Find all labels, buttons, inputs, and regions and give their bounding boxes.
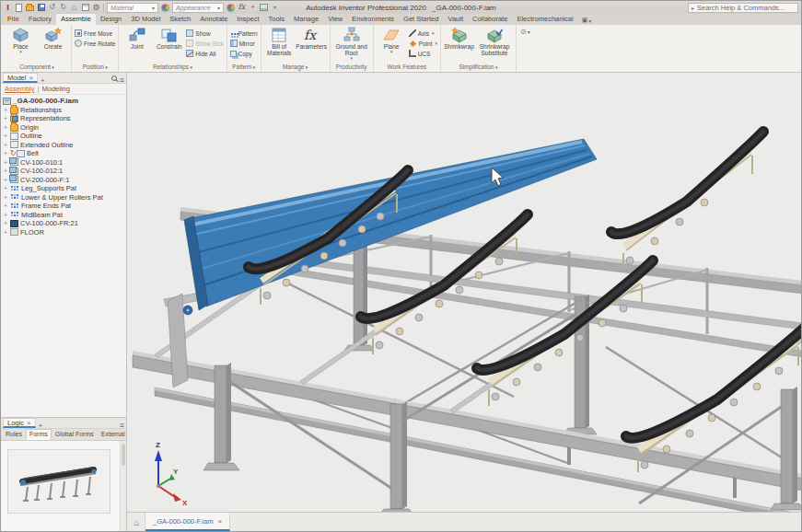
plane-button[interactable]: Plane xyxy=(377,26,407,54)
expand-icon[interactable] xyxy=(3,177,8,183)
hide-all-button[interactable]: Hide All xyxy=(186,49,223,58)
expand-icon[interactable] xyxy=(3,185,8,191)
free-rotate-button[interactable]: Free Rotate xyxy=(75,39,115,48)
color-wheel-icon[interactable] xyxy=(161,4,169,12)
tab-vault[interactable]: Vault xyxy=(443,14,468,25)
tree-item-floor[interactable]: FLOOR xyxy=(3,228,126,237)
subtab-external[interactable]: External xyxy=(98,429,129,440)
new-file-icon[interactable] xyxy=(16,4,22,12)
plane-dropdown-caret[interactable] xyxy=(390,50,393,54)
trough-roller-set[interactable] xyxy=(611,132,763,270)
tree-item-cv-100-000-fr[interactable]: CV-100-000-FR:21 xyxy=(3,219,126,228)
tab-assemble[interactable]: Assemble xyxy=(56,14,96,25)
expand-icon[interactable] xyxy=(3,133,8,139)
pattern-button[interactable]: Pattern xyxy=(230,29,258,38)
tree-item-relationships[interactable]: Relationships xyxy=(3,106,126,115)
image-icon[interactable] xyxy=(260,4,268,11)
tab-get-started[interactable]: Get Started xyxy=(399,14,443,25)
expand-icon[interactable] xyxy=(3,124,8,131)
appearance-dropdown[interactable]: Appearance xyxy=(172,3,224,13)
graphics-viewport[interactable]: Z Y X xyxy=(127,73,801,514)
toolbar-options-arrow-icon[interactable] xyxy=(271,3,279,12)
expand-icon[interactable] xyxy=(3,142,8,148)
home-view-icon[interactable] xyxy=(70,3,78,12)
shrinkwrap-button[interactable]: Shrinkwrap xyxy=(444,26,474,50)
expand-icon[interactable] xyxy=(3,202,8,209)
trough-roller-set[interactable] xyxy=(477,260,653,406)
create-button[interactable]: Create xyxy=(38,26,68,50)
panel-label-productivity[interactable]: Productivity xyxy=(333,64,370,72)
free-move-button[interactable]: Free Move xyxy=(75,29,115,38)
parameters-button[interactable]: fx Parameters xyxy=(296,26,327,50)
browser-search-icon[interactable] xyxy=(111,75,117,81)
subtab-global-forms[interactable]: Global Forms xyxy=(52,429,98,440)
panel-label-pattern[interactable]: Pattern xyxy=(230,64,258,72)
tree-item-origin[interactable]: Origin xyxy=(3,123,126,133)
tree-item-belt[interactable]: Belt xyxy=(3,149,126,158)
tree-item-leg-supports-pat[interactable]: Leg_Supports Pat xyxy=(3,184,126,193)
modeling-view-link[interactable]: Modeling xyxy=(41,85,69,93)
conveyor-form-thumbnail[interactable] xyxy=(7,449,110,514)
tree-item-root[interactable]: _GA-000-000-F.iam xyxy=(3,97,126,106)
expand-icon[interactable] xyxy=(3,150,8,156)
show-sick-button[interactable]: Show Sick xyxy=(186,39,223,48)
tree-item-outline[interactable]: Outline xyxy=(3,132,126,141)
tree-item-rollers-pat[interactable]: Lower & Upper Rollers Pat xyxy=(3,193,126,202)
help-search-box[interactable]: Search Help & Commands... xyxy=(688,3,798,13)
tab-collaborate[interactable]: Collaborate xyxy=(468,14,512,25)
subtab-rules[interactable]: Rules xyxy=(2,429,26,440)
expand-icon[interactable] xyxy=(3,212,8,218)
sketch-grid-icon[interactable] xyxy=(82,4,89,11)
fx-parameters-icon[interactable] xyxy=(238,3,246,12)
document-tab[interactable]: _GA-000-000-F.iam xyxy=(145,513,230,531)
tab-environments[interactable]: Environments xyxy=(347,14,399,25)
panel-label-position[interactable]: Position xyxy=(75,64,115,72)
expand-icon[interactable] xyxy=(3,194,8,201)
tab-tools[interactable]: Tools xyxy=(264,14,290,25)
expand-icon[interactable] xyxy=(3,229,8,236)
place-button[interactable]: Place xyxy=(6,26,36,54)
ribbon-options-button[interactable] xyxy=(517,25,530,72)
tab-electromechanical[interactable]: Electromechanical xyxy=(512,14,577,25)
tree-item-cv-100-010[interactable]: CV-100-010:1 xyxy=(3,158,126,168)
constrain-button[interactable]: Constrain xyxy=(154,26,184,50)
settings-gear-icon[interactable] xyxy=(92,3,100,12)
panel-label-component[interactable]: Component xyxy=(6,64,68,72)
shrinkwrap-substitute-button[interactable]: Shrinkwrap Substitute xyxy=(476,26,513,56)
tab-sketch[interactable]: Sketch xyxy=(165,14,195,25)
tree-item-frame-ends-pat[interactable]: Frame Ends Pat xyxy=(3,202,126,211)
logic-panel-tab[interactable]: Logic xyxy=(3,418,36,428)
place-dropdown-caret[interactable] xyxy=(19,50,22,54)
expand-icon[interactable] xyxy=(3,115,8,121)
open-icon[interactable] xyxy=(26,6,34,11)
ground-and-root-caret[interactable] xyxy=(350,56,353,61)
axis-button[interactable]: Axis xyxy=(409,29,437,38)
point-button[interactable]: Point xyxy=(409,39,437,48)
joint-button[interactable]: Joint xyxy=(122,26,152,50)
panel-label-simplification[interactable]: Simplification xyxy=(444,64,513,72)
tree-item-cv-200-000-f[interactable]: CV-200-000-F:1 xyxy=(3,176,126,185)
subtab-forms[interactable]: Forms xyxy=(26,429,52,440)
ucs-button[interactable]: UCS xyxy=(409,49,437,58)
mirror-button[interactable]: Mirror xyxy=(230,39,258,48)
ribbon-display-toggle[interactable] xyxy=(582,17,592,25)
tab-factory[interactable]: Factory xyxy=(24,14,56,25)
save-icon[interactable] xyxy=(38,4,45,11)
appearance-wheel-icon[interactable] xyxy=(227,4,235,12)
close-document-icon[interactable] xyxy=(217,517,222,526)
close-panel-icon[interactable] xyxy=(29,74,33,82)
tab-3d-model[interactable]: 3D Model xyxy=(126,14,165,25)
tab-manage[interactable]: Manage xyxy=(289,14,323,25)
forms-scrollbar-thumb[interactable] xyxy=(122,444,125,466)
bill-of-materials-button[interactable]: Bill of Materials xyxy=(264,26,295,56)
forms-scrollbar[interactable] xyxy=(120,441,126,531)
add-icon[interactable] xyxy=(249,3,257,12)
tree-item-midbeam-pat[interactable]: MidBeam Pat xyxy=(3,211,126,220)
tab-inspect[interactable]: Inspect xyxy=(232,14,263,25)
redo-icon[interactable] xyxy=(59,3,67,12)
tab-file[interactable]: File xyxy=(3,14,24,25)
assembly-view-link[interactable]: Assembly xyxy=(5,85,35,93)
tab-annotate[interactable]: Annotate xyxy=(195,14,232,25)
panel-label-manage[interactable]: Manage xyxy=(264,64,327,72)
panel-label-relationships[interactable]: Relationships xyxy=(122,64,223,72)
